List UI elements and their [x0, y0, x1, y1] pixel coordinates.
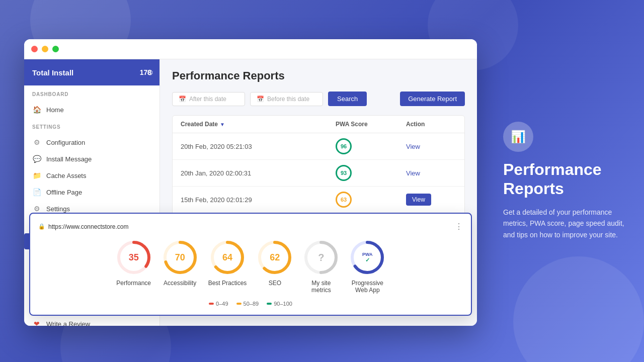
site-metrics-value: ? [318, 252, 324, 263]
seo-circle: 62 [257, 239, 293, 276]
view-link[interactable]: View [406, 143, 420, 150]
metrics-row: 35 Performance 70 Accessi [160, 239, 463, 294]
pwa-label: ProgressiveWeb App [352, 280, 383, 294]
write-review-label: Write a Review [46, 320, 90, 326]
settings-item-label: Settings [46, 205, 70, 213]
metric-site-metrics: ? My sitemetrics [303, 239, 339, 294]
sidebar-item-cache-assets[interactable]: 📁 Cache Assets [24, 167, 159, 184]
row-action: View [406, 143, 456, 150]
legend-item-green: 90–100 [267, 301, 292, 307]
metric-seo: 62 SEO [257, 239, 293, 287]
metric-accessibility: 70 Accessibility [162, 239, 198, 287]
sidebar-item-install-message[interactable]: 💬 Install Message [24, 151, 159, 167]
configuration-icon: ⚙ [32, 138, 41, 146]
calendar-icon-2: 📅 [257, 96, 264, 103]
right-panel: 📊 Performance Reports Get a detailed of … [488, 0, 644, 362]
search-button[interactable]: Search [328, 92, 367, 106]
page-title: Performance Reports [172, 69, 465, 82]
view-button-active[interactable]: View [406, 194, 431, 206]
dashboard-section-label: DASHBOARD [32, 92, 151, 97]
before-date-input[interactable]: 📅 Before this date [250, 92, 323, 106]
after-date-input[interactable]: 📅 After this date [172, 92, 245, 106]
generate-report-button[interactable]: Generate Report [400, 92, 465, 106]
maximize-button[interactable] [52, 46, 59, 52]
legend-row: 0–49 50–89 90–100 [160, 301, 463, 307]
table-header: Created Date ▼ PWA Score Action [173, 116, 464, 133]
minimize-button[interactable] [42, 46, 48, 52]
main-content: Performance Reports 📅 After this date 📅 … [160, 59, 477, 326]
metric-pwa: PWA ✓ ProgressiveWeb App [349, 239, 385, 294]
calendar-icon: 📅 [179, 96, 186, 103]
panel-icon-circle: 📊 [503, 122, 533, 152]
legend-item-red: 0–49 [209, 301, 228, 307]
browser-titlebar [24, 39, 477, 59]
legend-item-orange: 50–89 [236, 301, 259, 307]
settings-icon[interactable]: ⚙ [146, 68, 153, 77]
legend-label-green: 90–100 [274, 301, 292, 307]
row-date: 20th Jan, 2020 02:00:31 [181, 169, 336, 177]
row-date: 15th Feb, 2020 02:01:29 [181, 196, 336, 204]
legend-dot-green [267, 303, 272, 305]
popup-url-bar: 🔒 https://www.connectstore.com ⋮ [160, 222, 463, 231]
browser-window: Total Install 178 ⚙ DASHBOARD 🏠 Home SET… [24, 39, 477, 326]
col-action-header: Action [406, 121, 456, 128]
offline-icon: 📄 [32, 188, 41, 196]
panel-description: Get a detailed of your performance metri… [503, 207, 629, 240]
sort-icon: ▼ [220, 122, 225, 127]
sidebar-header: Total Install 178 ⚙ [24, 59, 159, 85]
offline-page-label: Offline Page [46, 189, 82, 196]
cache-assets-label: Cache Assets [46, 172, 87, 179]
site-metrics-circle: ? [303, 239, 339, 276]
row-action: View [406, 194, 456, 206]
before-date-placeholder: Before this date [267, 96, 309, 103]
accessibility-value: 70 [175, 252, 185, 263]
legend-dot-orange [236, 303, 242, 305]
pwa-circle: PWA ✓ [349, 239, 385, 276]
settings-section-label: SETTINGS [32, 124, 151, 130]
score-badge: 63 [336, 192, 352, 208]
legend-label-orange: 50–89 [244, 301, 259, 307]
home-label: Home [46, 106, 64, 114]
view-link[interactable]: View [406, 169, 420, 177]
best-practices-circle: 64 [209, 239, 246, 276]
metrics-popup: 🔒 https://www.connectstore.com ⋮ 35 [160, 213, 472, 316]
best-practices-value: 64 [222, 252, 232, 263]
row-score: 93 [336, 165, 406, 181]
sidebar-item-offline-page[interactable]: 📄 Offline Page [24, 184, 159, 200]
dashboard-section: DASHBOARD [24, 85, 159, 101]
pwa-check: ✓ [362, 257, 373, 263]
row-action: View [406, 169, 456, 177]
score-badge: 96 [336, 138, 352, 154]
filter-bar: 📅 After this date 📅 Before this date Sea… [172, 92, 465, 106]
sidebar-item-home[interactable]: 🏠 Home [24, 102, 159, 118]
review-icon: ❤ [32, 320, 41, 326]
popup-menu-icon[interactable]: ⋮ [455, 222, 463, 231]
seo-value: 62 [270, 252, 280, 263]
after-date-placeholder: After this date [189, 96, 226, 103]
message-icon: 💬 [32, 155, 41, 163]
table-row: 15th Feb, 2020 02:01:29 63 View [173, 187, 464, 213]
configuration-label: Configuration [46, 139, 85, 146]
settings-section: SETTINGS [24, 118, 159, 134]
row-score: 96 [336, 138, 406, 154]
table-row: 20th Jan, 2020 02:00:31 93 View [173, 160, 464, 187]
seo-label: SEO [269, 280, 281, 287]
accessibility-label: Accessibility [164, 280, 196, 287]
legend-dot-red [209, 303, 214, 305]
pwa-text: PWA [362, 252, 373, 257]
score-badge: 93 [336, 165, 352, 181]
sidebar-item-configuration[interactable]: ⚙ Configuration [24, 134, 159, 150]
panel-icon: 📊 [511, 130, 526, 144]
accessibility-circle: 70 [162, 239, 198, 276]
col-date-header: Created Date ▼ [181, 121, 336, 128]
sidebar-title: Total Install [32, 68, 73, 77]
row-score: 63 [336, 192, 406, 208]
col-pwa-header: PWA Score [336, 121, 406, 128]
sidebar-item-write-review[interactable]: ❤ Write a Review [24, 316, 159, 326]
best-practices-label: Best Practices [208, 280, 247, 287]
home-icon: 🏠 [32, 106, 41, 114]
metric-best-practices: 64 Best Practices [208, 239, 247, 287]
cache-icon: 📁 [32, 171, 41, 179]
close-button[interactable] [31, 46, 38, 52]
row-date: 20th Feb, 2020 05:21:03 [181, 143, 336, 150]
